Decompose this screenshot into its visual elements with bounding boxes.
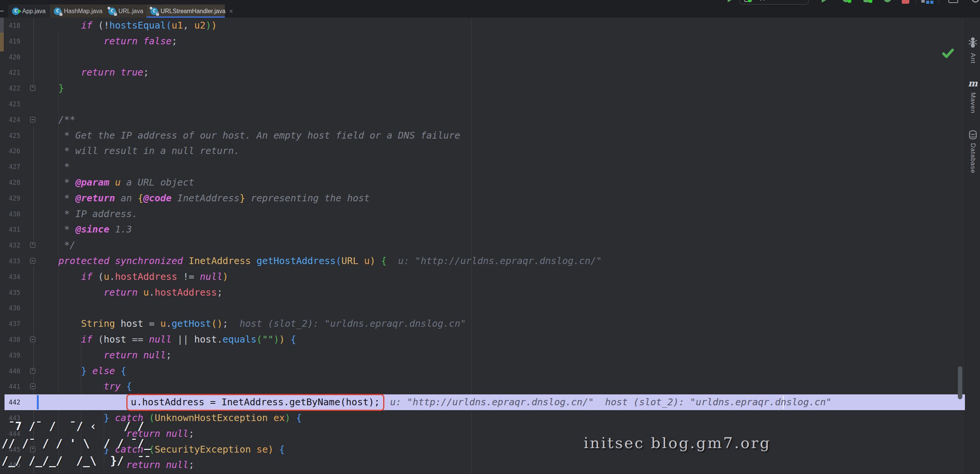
line-number[interactable]: 423 (0, 96, 20, 112)
toolbar-divider (939, 0, 939, 5)
code-row[interactable]: 420 (0, 49, 965, 65)
java-class-icon: C (150, 8, 158, 15)
code-row[interactable]: 441− try { (0, 379, 965, 395)
line-number[interactable]: 432 (0, 237, 20, 253)
tab-url-java[interactable]: CURL.java✕ (105, 5, 147, 17)
lock-badge-icon (156, 13, 159, 16)
stop-icon[interactable] (902, 0, 909, 4)
toolwindow-ant[interactable]: Ant (965, 37, 980, 64)
active-tab-underline (147, 16, 225, 17)
fold-end-icon[interactable]: ⌃ (30, 85, 35, 91)
toolwindow-database[interactable]: Database (965, 130, 980, 174)
code-row[interactable]: 437 String host = u.getHost(); host (slo… (0, 316, 965, 332)
line-number[interactable]: 435 (0, 285, 20, 300)
line-number[interactable]: 438 (0, 332, 20, 347)
line-number[interactable]: 434 (0, 269, 20, 285)
line-number[interactable]: 420 (0, 49, 20, 65)
line-number[interactable]: 422 (0, 80, 20, 96)
toolwindow-maven[interactable]: mMaven (965, 78, 980, 113)
code-row[interactable]: 432⌃ */ (0, 237, 965, 253)
database-icon (969, 130, 977, 140)
code-row[interactable]: 421 return true; (0, 65, 965, 80)
code-row[interactable]: 424− /** (0, 112, 965, 128)
tab-app-java[interactable]: CApp.java✕ (8, 5, 50, 17)
line-number[interactable]: 421 (0, 65, 20, 80)
java-class-icon: C (108, 8, 116, 15)
tab-hashmap-java[interactable]: CHashMap.java✕ (50, 5, 105, 17)
line-number[interactable]: 437 (0, 316, 20, 332)
code-text: * @param u a URL object (36, 174, 194, 190)
code-row[interactable]: 425 * Get the IP address of our host. An… (0, 128, 965, 143)
debug-icon[interactable] (842, 0, 850, 2)
line-number[interactable]: 431 (0, 222, 20, 237)
code-row[interactable]: 429 * @return an {@code InetAddress} rep… (0, 190, 965, 206)
line-number[interactable]: 441 (0, 379, 20, 395)
fold-start-icon[interactable]: − (30, 336, 35, 342)
code-row[interactable]: 423 (0, 96, 965, 112)
code-editor[interactable]: 418 if (!hostsEqual(u1, u2))419 return f… (0, 17, 965, 474)
code-text: * @since 1.3 (36, 222, 132, 237)
line-number[interactable]: 430 (0, 206, 20, 222)
line-number[interactable]: 439 (0, 347, 20, 363)
ascii-art-watermark: ¯7 /¯ / ¯/ ‹ / / // /¯ / / ' \ / / ¯/_ /… (2, 418, 151, 469)
search-icon[interactable] (972, 0, 979, 3)
close-icon[interactable]: ✕ (229, 8, 234, 14)
line-number[interactable]: 429 (0, 190, 20, 206)
line-number[interactable]: 428 (0, 174, 20, 190)
fold-end-icon[interactable]: ⌃ (30, 242, 35, 248)
fold-start-icon[interactable]: − (30, 384, 35, 389)
dot-badge-icon (108, 7, 110, 10)
main-toolbar: App (0, 0, 980, 5)
code-row[interactable]: 439 return null; (0, 347, 965, 363)
code-text: try { (36, 379, 132, 395)
window-icon[interactable] (948, 0, 958, 3)
line-number[interactable]: 419 (0, 33, 20, 49)
line-number[interactable]: 442 (0, 395, 20, 410)
code-row[interactable]: 418 if (!hostsEqual(u1, u2)) (0, 17, 965, 33)
code-row[interactable]: 440⌃ } else { (0, 363, 965, 379)
fold-start-icon[interactable]: − (30, 258, 35, 264)
debugger-inline-hint: u: "http://urldns.epraqr.dnslog.cn/" hos… (384, 396, 832, 407)
code-row[interactable]: 431 * @since 1.3 (0, 222, 965, 237)
code-row[interactable]: 422⌃ } (0, 80, 965, 96)
code-row[interactable]: 419 return false; (0, 33, 965, 49)
editor-tab-bar: CApp.java✕CHashMap.java✕CURL.java✕CURLSt… (0, 5, 980, 17)
line-number[interactable]: 424 (0, 112, 20, 128)
code-row[interactable]: 436 (0, 300, 965, 316)
code-row[interactable]: 430 * IP address. (0, 206, 965, 222)
code-row[interactable]: 438− if (host == null || host.equals("")… (0, 332, 965, 347)
tab-label: App.java (22, 8, 46, 15)
code-row[interactable]: 433− protected synchronized InetAddress … (0, 253, 965, 269)
code-text: if (!hostsEqual(u1, u2)) (36, 17, 217, 33)
build-run-icon[interactable] (728, 0, 734, 2)
line-number[interactable]: 433 (0, 253, 20, 269)
fold-end-icon[interactable]: ⌃ (30, 368, 35, 374)
toolwindow-label: Ant (969, 53, 977, 64)
editor-scrollbar-thumb[interactable] (958, 366, 963, 399)
line-number[interactable]: 426 (0, 143, 20, 159)
tab-urlstreamhandler-java[interactable]: CURLStreamHandler.java✕ (147, 5, 225, 17)
line-number[interactable]: 418 (0, 17, 20, 33)
toolwindow-label: Database (969, 143, 977, 174)
coverage-icon[interactable] (884, 0, 891, 2)
line-number[interactable]: 427 (0, 159, 20, 174)
code-text: return false; (36, 33, 177, 49)
execution-line-row[interactable]: 442 u.hostAddress = InetAddress.getByNam… (5, 395, 965, 410)
line-number[interactable]: 440 (0, 363, 20, 379)
rerun-icon[interactable] (864, 0, 871, 2)
code-row[interactable]: 426 * will result in a null return. (0, 143, 965, 159)
fold-start-icon[interactable]: − (30, 117, 35, 122)
code-row[interactable]: 428 * @param u a URL object (0, 174, 965, 190)
lock-badge-icon (59, 13, 62, 16)
inspections-ok-icon[interactable] (942, 47, 955, 60)
java-class-icon: C (12, 8, 19, 15)
layout-icon[interactable] (921, 0, 925, 3)
code-text: */ (36, 237, 75, 253)
run-configuration-select[interactable]: App (739, 0, 808, 5)
line-number[interactable]: 425 (0, 128, 20, 143)
code-row[interactable]: 435 return u.hostAddress; (0, 285, 965, 300)
line-number[interactable]: 436 (0, 300, 20, 316)
run-icon[interactable] (822, 0, 828, 3)
code-row[interactable]: 434 if (u.hostAddress != null) (0, 269, 965, 285)
code-row[interactable]: 427 * (0, 159, 965, 174)
